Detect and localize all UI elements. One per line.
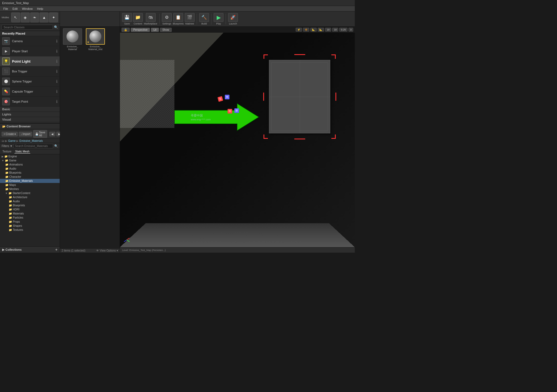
build-tool[interactable]: 🔨 Build <box>199 13 209 25</box>
vp-scale-val[interactable]: 0.25 <box>339 28 347 32</box>
import-button[interactable]: ↓ Import <box>19 132 32 136</box>
tree-blueprints2[interactable]: 📁 Blueprints <box>0 203 60 207</box>
sel-corner-tr <box>331 54 336 59</box>
paint-mode-btn[interactable]: ✦ <box>49 13 58 22</box>
menu-file[interactable]: File <box>1 6 10 11</box>
play-tool[interactable]: ▶ Play <box>214 13 223 25</box>
placement-item-player-start[interactable]: ▶ Player Start ℹ <box>0 46 60 56</box>
vp-perspective-btn[interactable]: Perspective <box>131 28 150 32</box>
capsule-trigger-icon: 💊 <box>2 88 10 95</box>
cb-search-input[interactable] <box>14 144 53 148</box>
blueprints-tool[interactable]: 📋 Blueprints <box>173 13 184 25</box>
tree-meshes[interactable]: 📁 Meshes <box>0 187 60 191</box>
landscape-mode-btn[interactable]: ◈ <box>21 13 30 22</box>
category-visual[interactable]: Visual <box>0 117 60 122</box>
floor-plane <box>120 223 355 247</box>
tree-textures[interactable]: 📁 Textures <box>0 228 60 232</box>
collections-left: ▶ Collections <box>2 248 22 252</box>
status-level: Level: Emissive_Test_Map (Persisten...) <box>122 249 166 252</box>
breadcrumb-sep2: ▶ <box>16 139 19 142</box>
select-mode-btn[interactable]: ↖ <box>11 13 20 22</box>
axis-svg <box>123 236 131 244</box>
tree-animations[interactable]: 📁 Animations <box>0 163 60 167</box>
menu-edit[interactable]: Edit <box>10 6 20 11</box>
vp-unlock-btn[interactable]: 🔓 <box>122 28 130 32</box>
vp-show-btn[interactable]: Show <box>160 28 172 32</box>
breadcrumb-emissive[interactable]: Emissive_Materials <box>19 139 43 142</box>
menu-window[interactable]: Window <box>20 6 35 11</box>
placement-item-sphere-trigger[interactable]: ⚪ Sphere Trigger ℹ <box>0 76 60 87</box>
box-trigger-icon: ⬛ <box>2 68 10 75</box>
vp-ctrl4[interactable]: 📐 <box>318 28 324 32</box>
save-all-button[interactable]: 💾 Save All <box>33 130 47 138</box>
tree-blueprints[interactable]: 📁 Blueprints <box>0 171 60 175</box>
tree-shapes[interactable]: 📁 Shapes <box>0 224 60 228</box>
tree-materials[interactable]: 📁 Materials <box>0 212 60 216</box>
cb-toolbar: + Create ▾ ↓ Import 💾 Save All ◀ ▶ 🔒 <box>0 129 60 139</box>
placement-item-point-light[interactable]: 💡 Point Light ℹ <box>0 56 60 66</box>
vp-ctrl2[interactable]: 🔅 <box>303 28 309 32</box>
tree-hdri[interactable]: 📁 HDRI <box>0 207 60 212</box>
viewport[interactable]: 🔓 Perspective Lit Show ⚡ 🔅 📐 📐 10 10 0.2… <box>120 27 355 247</box>
placement-item-camera[interactable]: 📷 Camera ℹ <box>0 36 60 46</box>
tree-audio2[interactable]: 📁 Audio <box>0 199 60 203</box>
vp-rot-val[interactable]: 10 <box>332 28 338 32</box>
vp-lit-btn[interactable]: Lit <box>151 28 159 32</box>
search-classes-icon[interactable]: 🔍 <box>54 25 58 29</box>
category-lights[interactable]: Lights <box>0 112 60 117</box>
tree-props-label: Props <box>13 220 20 223</box>
status-bar: Level: Emissive_Test_Map (Persisten...) <box>120 247 355 253</box>
content-item-emissive-material[interactable]: Emissive_Material <box>62 28 83 51</box>
launch-tool[interactable]: 🚀 Launch <box>228 13 238 25</box>
vp-ctrl3[interactable]: 📐 <box>310 28 317 32</box>
create-button[interactable]: + Create ▾ <box>2 132 18 136</box>
save-tool[interactable]: 💾 Save <box>122 13 132 25</box>
tree-character[interactable]: 📁 Character <box>0 175 60 179</box>
placement-item-box-trigger[interactable]: ⬛ Box Trigger ℹ <box>0 66 60 76</box>
tree-architecture[interactable]: 📁 Architecture <box>0 195 60 199</box>
breadcrumb-game[interactable]: Game <box>8 139 16 142</box>
placement-item-target-point[interactable]: 🎯 Target Point ℹ <box>0 97 60 107</box>
menu-help[interactable]: Help <box>35 6 46 11</box>
viewport-area: 💾 Save 📁 Content 🛍 Marketplace ⚙ Se <box>120 11 355 253</box>
tree-emissive-materials[interactable]: 📁 Emissive_Materials <box>0 179 60 183</box>
tree-audio[interactable]: 📁 Audio <box>0 167 60 171</box>
content-item-emissive-material-inst[interactable]: ★ Emissive_Material_Inst <box>84 28 106 51</box>
tree-character-label: Character <box>9 175 21 178</box>
emissive-material-inst-thumb: ★ <box>86 28 105 45</box>
tree-engine-folder-icon: 📁 <box>4 155 8 158</box>
marketplace-tool[interactable]: 🛍 Marketplace <box>144 13 157 25</box>
collections-add-icon[interactable]: + <box>55 247 57 252</box>
matinee-tool[interactable]: 🎬 Matinee <box>185 13 195 25</box>
tree-starter[interactable]: ▼ 📁 StarterContent <box>0 191 60 195</box>
view-options-button[interactable]: 👁 View Options ▾ <box>96 249 118 252</box>
content-grid: Emissive_Material ★ Emissive_Material_In… <box>60 27 120 248</box>
play-label: Play <box>216 22 221 25</box>
tree-particles[interactable]: 📁 Particles <box>0 216 60 220</box>
foliage-mode-btn[interactable]: ❧ <box>30 13 39 22</box>
save-all-icon: 💾 <box>35 133 38 136</box>
tree-game[interactable]: ▼ 📁 Game <box>0 158 60 163</box>
placement-item-capsule-trigger[interactable]: 💊 Capsule Trigger ℹ <box>0 87 60 97</box>
category-recently-placed[interactable]: Recently Placed <box>0 31 60 36</box>
filter-tab-static-mesh[interactable]: Static Mesh <box>14 150 30 154</box>
tree-maps[interactable]: 📁 Maps <box>0 183 60 187</box>
sel-corner-br <box>331 134 336 139</box>
vp-screen-pct[interactable]: 3 <box>349 28 353 32</box>
settings-tool[interactable]: ⚙ Settings <box>162 13 172 25</box>
tree-props[interactable]: 📁 Props <box>0 220 60 224</box>
tree-engine[interactable]: ▶ 📁 Engine <box>0 154 60 158</box>
search-classes-input[interactable] <box>2 25 53 30</box>
cb-search-row: Filters ▼ 🔍 <box>0 143 60 149</box>
category-basic[interactable]: Basic <box>0 107 60 112</box>
filter-tab-texture[interactable]: Texture <box>2 150 12 154</box>
cb-search-icon[interactable]: 🔍 <box>54 144 58 148</box>
content-tool[interactable]: 📁 Content <box>133 13 143 25</box>
collections-panel[interactable]: ▶ Collections + <box>0 246 60 253</box>
vp-ctrl1[interactable]: ⚡ <box>296 28 302 32</box>
geometry-mode-btn[interactable]: ▲ <box>40 13 49 22</box>
capsule-trigger-info-icon: ℹ <box>56 89 57 94</box>
filters-button[interactable]: Filters ▼ <box>2 145 13 148</box>
nav-back-button[interactable]: ◀ <box>49 132 55 136</box>
vp-snap-val[interactable]: 10 <box>325 28 331 32</box>
